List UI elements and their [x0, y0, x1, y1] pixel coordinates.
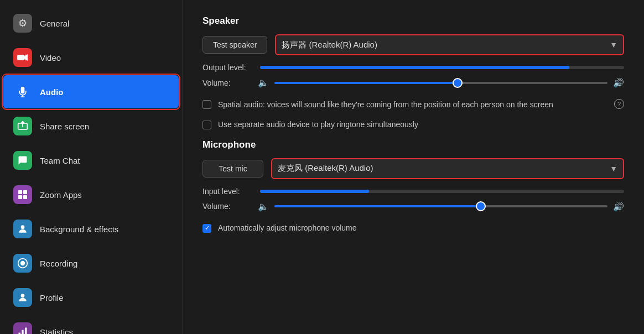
svg-rect-0 [17, 55, 24, 60]
microphone-volume-row: Volume: 🔈 🔊 [202, 201, 624, 212]
zoom-apps-icon [13, 185, 32, 204]
speaker-dropdown-arrow: ▼ [610, 40, 617, 49]
microphone-dropdown-arrow: ▼ [610, 164, 617, 173]
output-level-label: Output level: [202, 63, 252, 72]
share-screen-icon [13, 117, 32, 135]
speaker-volume-label: Volume: [202, 79, 252, 87]
microphone-section: Microphone Test mic 麦克风 (Realtek(R) Audi… [202, 139, 624, 212]
sidebar-item-label: Zoom Apps [40, 190, 82, 200]
microphone-volume-max-icon: 🔊 [613, 201, 624, 212]
speaker-volume-max-icon: 🔊 [613, 77, 624, 88]
speaker-device-name: 扬声器 (Realtek(R) Audio) [282, 40, 610, 50]
svg-rect-5 [18, 190, 22, 194]
output-level-fill [260, 66, 569, 69]
svg-point-9 [21, 225, 25, 229]
sidebar-item-recording[interactable]: Recording [3, 247, 179, 280]
speaker-output-level-row: Output level: [202, 63, 624, 72]
speaker-title: Speaker [202, 15, 624, 27]
microphone-input-level-row: Input level: [202, 187, 624, 196]
microphone-device-select[interactable]: 麦克风 (Realtek(R) Audio) ▼ [271, 158, 624, 179]
auto-adjust-row: ✓ Automatically adjust microphone volume [202, 223, 624, 234]
separate-device-text: Use separate audio device to play ringto… [218, 119, 418, 131]
spatial-audio-help-icon[interactable]: ? [614, 99, 624, 109]
sidebar-item-label: Profile [40, 293, 64, 302]
background-effects-icon [13, 220, 32, 238]
svg-rect-14 [22, 330, 23, 334]
microphone-device-name: 麦克风 (Realtek(R) Audio) [278, 163, 610, 174]
sidebar-item-video[interactable]: Video [3, 41, 179, 74]
profile-icon [13, 288, 32, 307]
microphone-volume-thumb [476, 201, 486, 211]
sidebar-item-share-screen[interactable]: Share screen [3, 109, 179, 143]
auto-adjust-checkbox[interactable]: ✓ [202, 224, 211, 233]
sidebar: ⚙ General Video Audio [0, 0, 183, 334]
speaker-volume-min-icon: 🔈 [258, 77, 269, 88]
microphone-title: Microphone [202, 139, 624, 150]
microphone-volume-slider[interactable] [274, 205, 607, 207]
microphone-volume-label: Volume: [202, 202, 252, 211]
svg-marker-1 [24, 54, 28, 61]
sidebar-item-label: Team Chat [40, 156, 80, 165]
svg-point-11 [20, 261, 25, 265]
separate-device-row: Use separate audio device to play ringto… [202, 119, 624, 131]
team-chat-icon [13, 151, 32, 170]
audio-settings-panel: Speaker Test speaker 扬声器 (Realtek(R) Aud… [183, 0, 644, 334]
speaker-volume-slider[interactable] [274, 82, 607, 84]
test-speaker-button[interactable]: Test speaker [202, 36, 267, 54]
svg-rect-15 [25, 328, 27, 335]
speaker-device-select[interactable]: 扬声器 (Realtek(R) Audio) ▼ [275, 34, 624, 55]
spatial-audio-checkbox[interactable] [202, 100, 211, 109]
sidebar-item-label: Background & effects [40, 225, 118, 234]
sidebar-item-statistics[interactable]: Statistics [3, 315, 179, 334]
sidebar-item-label: Statistics [40, 327, 73, 335]
sidebar-item-background-effects[interactable]: Background & effects [3, 212, 179, 246]
sidebar-item-label: Video [40, 53, 61, 62]
test-mic-button[interactable]: Test mic [202, 160, 263, 178]
input-level-fill [260, 190, 369, 193]
output-level-bar [260, 66, 624, 69]
input-level-label: Input level: [202, 187, 252, 196]
spatial-audio-text: Spatial audio: voices will sound like th… [218, 99, 603, 111]
speaker-section: Speaker Test speaker 扬声器 (Realtek(R) Aud… [202, 15, 624, 88]
microphone-volume-min-icon: 🔈 [258, 201, 269, 212]
svg-rect-8 [23, 195, 27, 199]
recording-icon [13, 254, 32, 273]
svg-rect-7 [18, 195, 22, 199]
video-icon [13, 48, 32, 67]
general-icon: ⚙ [13, 14, 32, 33]
speaker-volume-row: Volume: 🔈 🔊 [202, 77, 624, 88]
auto-adjust-text: Automatically adjust microphone volume [218, 223, 357, 234]
sidebar-item-label: General [40, 19, 69, 28]
speaker-device-row: Test speaker 扬声器 (Realtek(R) Audio) ▼ [202, 34, 624, 55]
sidebar-item-audio[interactable]: Audio [3, 75, 179, 108]
audio-icon [13, 82, 32, 101]
statistics-icon [13, 322, 32, 334]
svg-rect-6 [23, 190, 27, 194]
sidebar-item-team-chat[interactable]: Team Chat [3, 144, 179, 177]
input-level-bar [260, 190, 624, 193]
speaker-volume-thumb [453, 78, 463, 88]
svg-point-12 [21, 294, 25, 298]
sidebar-item-label: Share screen [40, 122, 89, 131]
sidebar-item-profile[interactable]: Profile [3, 281, 179, 314]
spatial-audio-row: Spatial audio: voices will sound like th… [202, 99, 624, 111]
microphone-device-row: Test mic 麦克风 (Realtek(R) Audio) ▼ [202, 158, 624, 179]
sidebar-item-general[interactable]: ⚙ General [3, 7, 179, 40]
separate-device-checkbox[interactable] [202, 121, 211, 129]
sidebar-item-label: Audio [40, 87, 64, 97]
sidebar-item-zoom-apps[interactable]: Zoom Apps [3, 178, 179, 211]
sidebar-item-label: Recording [40, 259, 77, 268]
